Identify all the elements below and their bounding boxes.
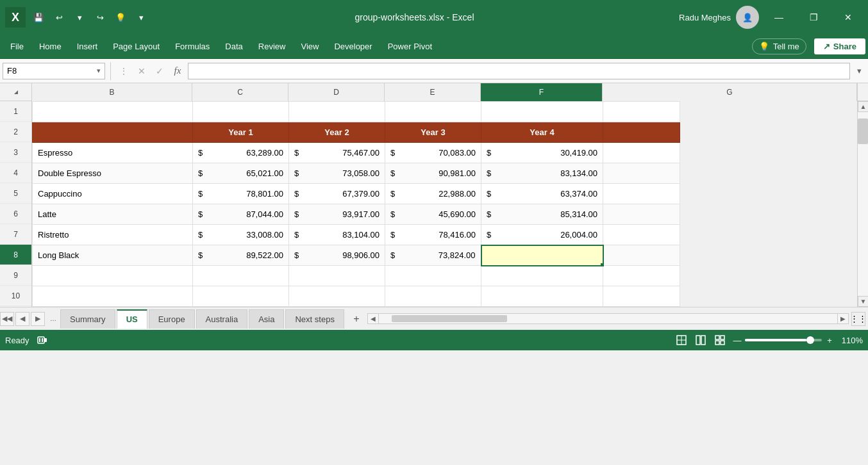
cell-f5[interactable]: $63,374.00 <box>481 184 603 204</box>
page-break-view-button[interactable] <box>713 333 727 347</box>
normal-view-button[interactable] <box>674 333 689 347</box>
cell-c4[interactable]: $65,021.00 <box>193 163 289 184</box>
undo-dropdown[interactable]: ▾ <box>71 8 88 26</box>
cell-g9[interactable] <box>603 266 680 286</box>
menu-power-pivot[interactable]: Power Pivot <box>380 38 440 55</box>
tab-prev-button[interactable]: ◀ <box>15 312 29 326</box>
cell-f2[interactable]: Year 4 <box>481 122 603 143</box>
cell-e3[interactable]: $70,083.00 <box>385 143 481 163</box>
cell-d8[interactable]: $98,906.00 <box>289 245 385 266</box>
cell-b7[interactable]: Ristretto <box>33 225 193 245</box>
hscroll-track[interactable] <box>379 314 837 323</box>
hscroll-thumb[interactable] <box>392 315 507 322</box>
undo-button[interactable]: ↩ <box>50 8 68 26</box>
row-num-6[interactable]: 6 <box>0 204 31 224</box>
cell-c9[interactable] <box>193 266 289 286</box>
formula-input-area[interactable] <box>188 63 850 79</box>
tab-next-button[interactable]: ▶ <box>31 312 45 326</box>
cell-f1[interactable] <box>481 102 603 122</box>
cell-c8[interactable]: $89,522.00 <box>193 245 289 266</box>
restore-button[interactable]: ❐ <box>799 7 828 28</box>
row-num-5[interactable]: 5 <box>0 183 31 204</box>
cell-c5[interactable]: $78,801.00 <box>193 184 289 204</box>
menu-review[interactable]: Review <box>251 38 294 55</box>
zoom-level[interactable]: 110% <box>837 336 863 345</box>
cancel-formula-button[interactable]: ✕ <box>134 63 149 79</box>
cell-e6[interactable]: $45,690.00 <box>385 204 481 225</box>
cell-g5[interactable] <box>603 184 680 204</box>
name-box-arrow[interactable]: ▾ <box>97 67 101 75</box>
col-header-d[interactable]: D <box>288 83 385 101</box>
cell-g6[interactable] <box>603 204 680 225</box>
sheet-tab-us[interactable]: US <box>117 309 147 329</box>
zoom-in-button[interactable]: + <box>824 335 835 345</box>
cell-e4[interactable]: $90,981.00 <box>385 163 481 184</box>
col-header-c[interactable]: C <box>192 83 288 101</box>
menu-home[interactable]: Home <box>31 38 69 55</box>
page-layout-view-button[interactable] <box>694 333 708 347</box>
cell-f7[interactable]: $26,004.00 <box>481 225 603 245</box>
cell-b4[interactable]: Double Espresso <box>33 163 193 184</box>
cell-b1[interactable] <box>33 102 193 122</box>
cell-d7[interactable]: $83,104.00 <box>289 225 385 245</box>
cell-c6[interactable]: $87,044.00 <box>193 204 289 225</box>
cell-e1[interactable] <box>385 102 481 122</box>
cell-g10[interactable] <box>603 286 680 307</box>
cell-g3[interactable] <box>603 143 680 163</box>
close-button[interactable]: ✕ <box>833 7 863 28</box>
cell-e10[interactable] <box>385 286 481 307</box>
menu-view[interactable]: View <box>293 38 326 55</box>
sheet-options-button[interactable]: ⋮⋮ <box>851 312 865 326</box>
cell-b10[interactable] <box>33 286 193 307</box>
cell-f10[interactable] <box>481 286 603 307</box>
cell-f9[interactable] <box>481 266 603 286</box>
cell-f6[interactable]: $85,314.00 <box>481 204 603 225</box>
lightbulb-button[interactable]: 💡 <box>112 8 129 26</box>
col-header-e[interactable]: E <box>385 83 481 101</box>
cell-b3[interactable]: Espresso <box>33 143 193 163</box>
hscroll-right-button[interactable]: ▶ <box>837 313 848 324</box>
cell-b6[interactable]: Latte <box>33 204 193 225</box>
cell-d4[interactable]: $73,058.00 <box>289 163 385 184</box>
menu-formulas[interactable]: Formulas <box>167 38 217 55</box>
hscroll-left-button[interactable]: ◀ <box>368 313 379 324</box>
sheet-tab-australia[interactable]: Australia <box>196 309 248 329</box>
zoom-out-button[interactable]: — <box>732 335 742 345</box>
row-num-4[interactable]: 4 <box>0 163 31 183</box>
row-num-10[interactable]: 10 <box>0 286 31 306</box>
cell-d3[interactable]: $75,467.00 <box>289 143 385 163</box>
cell-b8[interactable]: Long Black <box>33 245 193 266</box>
cell-b2[interactable] <box>33 122 193 143</box>
row-num-7[interactable]: 7 <box>0 224 31 245</box>
cell-g8[interactable] <box>603 245 680 266</box>
name-box[interactable]: F8 ▾ <box>3 63 105 79</box>
cell-e2[interactable]: Year 3 <box>385 122 481 143</box>
cell-d9[interactable] <box>289 266 385 286</box>
select-all-button[interactable] <box>0 83 32 101</box>
row-num-3[interactable]: 3 <box>0 142 31 163</box>
row-num-9[interactable]: 9 <box>0 265 31 286</box>
share-button[interactable]: ↗ Share <box>814 38 865 54</box>
scroll-track[interactable] <box>858 112 868 296</box>
confirm-formula-button[interactable]: ✓ <box>152 63 167 79</box>
horizontal-scrollbar[interactable]: ◀ ▶ <box>367 313 849 324</box>
tab-first-button[interactable]: ◀◀ <box>0 312 14 326</box>
cell-b5[interactable]: Cappuccino <box>33 184 193 204</box>
cell-g7[interactable] <box>603 225 680 245</box>
add-sheet-button[interactable]: + <box>348 311 365 327</box>
cell-c2[interactable]: Year 1 <box>193 122 289 143</box>
cell-c1[interactable] <box>193 102 289 122</box>
menu-file[interactable]: File <box>3 38 31 55</box>
save-button[interactable]: 💾 <box>29 8 47 26</box>
cell-g2[interactable] <box>603 122 680 143</box>
cell-d1[interactable] <box>289 102 385 122</box>
tab-overflow-button[interactable]: … <box>46 312 60 326</box>
formula-expand-button[interactable]: ▾ <box>853 66 865 76</box>
cell-f8[interactable] <box>481 245 603 266</box>
vertical-scrollbar[interactable]: ▲ ▼ <box>857 101 868 307</box>
menu-data[interactable]: Data <box>217 38 250 55</box>
cell-d10[interactable] <box>289 286 385 307</box>
customize-button[interactable]: ▾ <box>132 8 150 26</box>
scroll-up-button[interactable]: ▲ <box>858 101 868 112</box>
cell-c3[interactable]: $63,289.00 <box>193 143 289 163</box>
